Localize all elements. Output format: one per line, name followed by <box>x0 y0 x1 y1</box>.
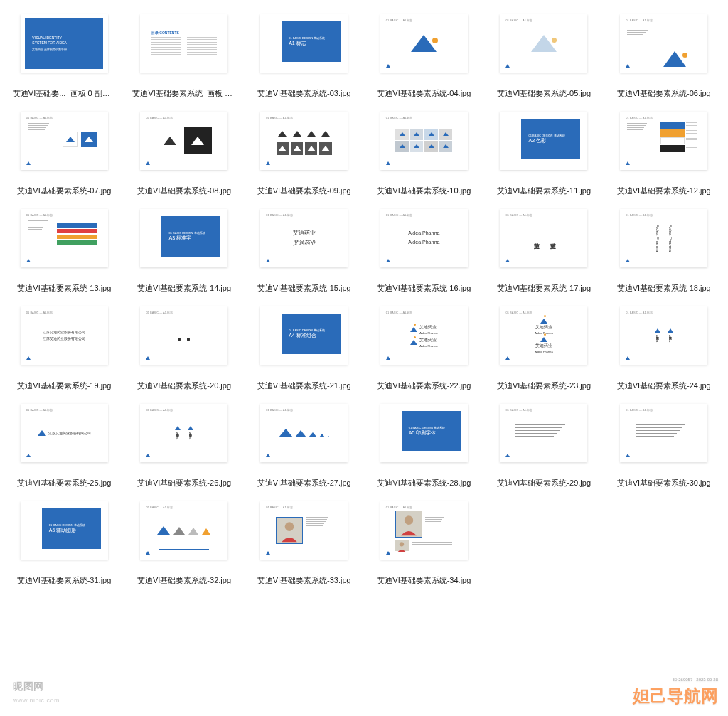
thumbnail-image[interactable]: 01 BASIC — A1.标志 <box>620 112 707 170</box>
file-cell[interactable]: 01 BASIC — A1.标志艾迪药业 Aidea艾迪药业 Aidea艾迪VI… <box>130 404 239 488</box>
thumbnail-image[interactable]: 01 BASIC — A1.标志艾迪药业Aidea Pharma艾迪药业Aide… <box>500 306 587 365</box>
filename-label: 艾迪VI基础要素系统-21.jpg <box>257 380 351 391</box>
file-cell[interactable]: 01 BASIC — A1.标志Aidea PharmaAidea Pharma… <box>609 209 718 294</box>
thumbnail-image[interactable]: 01 BASIC DESIGN 基础系统A3 标准字 <box>140 209 228 267</box>
thumbnail-image[interactable]: 01 BASIC — A1.标志 <box>21 209 108 267</box>
file-cell[interactable]: 01 BASIC — A1.标志艾迪药业艾迪药业艾迪VI基础要素系统-17.jp… <box>490 209 599 294</box>
watermark-right: ID:269057 · 2023-09-28 妲己导航网 <box>633 685 718 707</box>
filename-label: 艾迪VI基础要素系统-34.jpg <box>377 575 471 586</box>
file-cell[interactable]: 01 BASIC — A1.标志艾迪药业 Aidea艾迪药业 Aidea艾迪VI… <box>609 306 718 391</box>
filename-label: 艾迪VI基础要素系统-09.jpg <box>257 186 351 196</box>
svg-point-0 <box>284 522 294 531</box>
thumbnail-image[interactable]: 01 BASIC — A1.标志艾迪药业艾迪药业 <box>500 209 587 267</box>
file-cell[interactable]: 01 BASIC — A1.标志艾迪VI基础要素系统-04.jpg <box>370 14 478 99</box>
thumbnail-grid: VISUAL IDENTITYSYSTEM FOR AIDEA艾迪药业 品牌视觉… <box>0 0 728 600</box>
file-cell[interactable]: 01 BASIC — A1.标志艾迪VI基础要素系统-13.jpg <box>10 209 119 294</box>
filename-label: 艾迪VI基础要素系统-05.jpg <box>497 88 591 99</box>
filename-label: 艾迪VI基础要..._画板 0 副本.jpg <box>13 88 116 99</box>
filename-label: 艾迪VI基础要素系统-27.jpg <box>257 478 351 488</box>
filename-label: 艾迪VI基础要素系统-04.jpg <box>377 88 471 99</box>
filename-label: 艾迪VI基础要素系统-12.jpg <box>617 186 711 196</box>
filename-label: 艾迪VI基础要素系统-10.jpg <box>377 186 471 196</box>
thumbnail-image[interactable]: 01 BASIC — A1.标志 <box>260 501 348 560</box>
thumbnail-image[interactable]: 01 BASIC — A1.标志Aidea PharmaAidea Pharma <box>380 209 468 267</box>
thumbnail-image[interactable]: 01 BASIC DESIGN 基础系统A2 色彩 <box>500 112 587 170</box>
file-cell[interactable]: 01 BASIC DESIGN 基础系统A2 色彩艾迪VI基础要素系统-11.j… <box>490 112 599 196</box>
thumbnail-image[interactable]: 01 BASIC — A1.标志 <box>500 404 587 462</box>
file-cell[interactable]: 01 BASIC DESIGN 基础系统A1 标志艾迪VI基础要素系统-03.j… <box>250 14 358 99</box>
thumbnail-image[interactable]: VISUAL IDENTITYSYSTEM FOR AIDEA艾迪药业 品牌视觉… <box>21 14 108 73</box>
thumbnail-image[interactable]: 01 BASIC — A1.标志 <box>260 404 348 462</box>
file-cell[interactable]: 01 BASIC DESIGN 基础系统A6 辅助图形艾迪VI基础要素系统-31… <box>10 501 119 586</box>
svg-point-2 <box>400 542 404 546</box>
filename-label: 艾迪VI基础要素系统-32.jpg <box>137 575 231 586</box>
thumbnail-image[interactable]: 01 BASIC DESIGN 基础系统A1 标志 <box>260 14 348 73</box>
filename-label: 艾迪VI基础要素系统_画板 1.jpg <box>132 88 235 99</box>
filename-label: 艾迪VI基础要素系统-29.jpg <box>497 478 591 488</box>
file-cell[interactable]: 01 BASIC — A1.标志艾迪VI基础要素系统-08.jpg <box>130 112 239 196</box>
filename-label: 艾迪VI基础要素系统-16.jpg <box>377 283 471 294</box>
filename-label: 艾迪VI基础要素系统-06.jpg <box>617 88 711 99</box>
watermark-id: ID:269057 · 2023-09-28 <box>673 678 718 682</box>
filename-label: 艾迪VI基础要素系统-30.jpg <box>617 478 711 488</box>
thumbnail-image[interactable]: 01 BASIC DESIGN 基础系统A4 标准组合 <box>260 306 348 365</box>
filename-label: 艾迪VI基础要素系统-22.jpg <box>377 380 471 391</box>
thumbnail-image[interactable]: 01 BASIC — A1.标志 <box>140 112 228 170</box>
filename-label: 艾迪VI基础要素系统-17.jpg <box>497 283 591 294</box>
thumbnail-image[interactable]: 01 BASIC — A1.标志江苏艾迪药业股份有限公司 <box>21 404 108 462</box>
thumbnail-image[interactable]: 01 BASIC — A1.标志 <box>260 112 348 170</box>
file-cell[interactable]: 01 BASIC — A1.标志艾迪VI基础要素系统-32.jpg <box>130 501 239 586</box>
file-cell[interactable]: 01 BASIC — A1.标志艾迪药业Aidea Pharma艾迪药业Aide… <box>490 306 599 391</box>
thumbnail-image[interactable]: 01 BASIC — A1.标志江苏艾迪药业股份有限公司江苏艾迪药业股份有限公司 <box>140 306 228 365</box>
thumbnail-image[interactable]: 01 BASIC — A1.标志 <box>380 14 468 73</box>
filename-label: 艾迪VI基础要素系统-25.jpg <box>17 478 111 488</box>
file-cell[interactable]: 01 BASIC — A1.标志江苏艾迪药业股份有限公司江苏艾迪药业股份有限公司… <box>10 306 119 391</box>
file-cell[interactable]: 01 BASIC — A1.标志艾迪VI基础要素系统-05.jpg <box>490 14 599 99</box>
thumbnail-image[interactable]: 01 BASIC DESIGN 基础系统A5 印刷字体 <box>380 404 468 462</box>
file-cell[interactable]: 01 BASIC — A1.标志艾迪VI基础要素系统-10.jpg <box>370 112 478 196</box>
file-cell[interactable]: 01 BASIC DESIGN 基础系统A5 印刷字体艾迪VI基础要素系统-28… <box>370 404 478 488</box>
thumbnail-image[interactable]: 01 BASIC — A1.标志Aidea PharmaAidea Pharma <box>620 209 707 267</box>
filename-label: 艾迪VI基础要素系统-11.jpg <box>497 186 591 196</box>
thumbnail-image[interactable]: 01 BASIC — A1.标志 <box>21 112 108 170</box>
thumbnail-image[interactable]: 01 BASIC — A1.标志艾迪药业 Aidea艾迪药业 Aidea <box>140 404 228 462</box>
filename-label: 艾迪VI基础要素系统-23.jpg <box>497 380 591 391</box>
thumbnail-image[interactable]: 目录 CONTENTS <box>140 14 228 73</box>
thumbnail-image[interactable]: 01 BASIC — A1.标志艾迪药业 Aidea艾迪药业 Aidea <box>620 306 707 365</box>
file-cell[interactable]: 01 BASIC DESIGN 基础系统A4 标准组合艾迪VI基础要素系统-21… <box>250 306 358 391</box>
file-cell[interactable]: 01 BASIC — A1.标志江苏艾迪药业股份有限公司艾迪VI基础要素系统-2… <box>10 404 119 488</box>
thumbnail-image[interactable]: 01 BASIC — A1.标志 <box>380 112 468 170</box>
file-cell[interactable]: 01 BASIC — A1.标志艾迪药业艾迪药业艾迪VI基础要素系统-15.jp… <box>250 209 358 294</box>
file-cell[interactable]: 01 BASIC — A1.标志艾迪VI基础要素系统-33.jpg <box>250 501 358 586</box>
file-cell[interactable]: VISUAL IDENTITYSYSTEM FOR AIDEA艾迪药业 品牌视觉… <box>10 14 119 99</box>
thumbnail-image[interactable]: 01 BASIC — A1.标志 <box>140 501 228 560</box>
file-cell[interactable]: 01 BASIC DESIGN 基础系统A3 标准字艾迪VI基础要素系统-14.… <box>130 209 239 294</box>
filename-label: 艾迪VI基础要素系统-31.jpg <box>17 575 111 586</box>
file-cell[interactable]: 01 BASIC — A1.标志艾迪VI基础要素系统-30.jpg <box>609 404 718 488</box>
file-cell[interactable]: 01 BASIC — A1.标志Aidea PharmaAidea Pharma… <box>370 209 478 294</box>
filename-label: 艾迪VI基础要素系统-08.jpg <box>137 186 231 196</box>
file-cell[interactable]: 01 BASIC — A1.标志艾迪VI基础要素系统-09.jpg <box>250 112 358 196</box>
filename-label: 艾迪VI基础要素系统-33.jpg <box>257 575 351 586</box>
thumbnail-image[interactable]: 01 BASIC — A1.标志 <box>500 14 587 73</box>
thumbnail-image[interactable]: 01 BASIC — A1.标志艾迪药业艾迪药业 <box>260 209 348 267</box>
thumbnail-image[interactable]: 01 BASIC — A1.标志艾迪药业Aidea Pharma艾迪药业Aide… <box>380 306 468 365</box>
thumbnail-image[interactable]: 01 BASIC — A1.标志 <box>620 404 707 462</box>
thumbnail-image[interactable]: 01 BASIC DESIGN 基础系统A6 辅助图形 <box>21 501 108 560</box>
file-cell[interactable]: 01 BASIC — A1.标志艾迪VI基础要素系统-06.jpg <box>609 14 718 99</box>
thumbnail-image[interactable]: 01 BASIC — A1.标志 <box>620 14 707 73</box>
file-cell[interactable]: 01 BASIC — A1.标志艾迪VI基础要素系统-34.jpg <box>370 501 478 586</box>
filename-label: 艾迪VI基础要素系统-26.jpg <box>137 478 231 488</box>
file-cell[interactable]: 01 BASIC — A1.标志艾迪VI基础要素系统-29.jpg <box>490 404 599 488</box>
thumbnail-image[interactable]: 01 BASIC — A1.标志 <box>380 501 468 560</box>
file-cell[interactable]: 01 BASIC — A1.标志艾迪VI基础要素系统-27.jpg <box>250 404 358 488</box>
file-cell[interactable]: 01 BASIC — A1.标志艾迪药业Aidea Pharma艾迪药业Aide… <box>370 306 478 391</box>
filename-label: 艾迪VI基础要素系统-14.jpg <box>137 283 231 294</box>
file-cell[interactable]: 01 BASIC — A1.标志艾迪VI基础要素系统-07.jpg <box>10 112 119 196</box>
thumbnail-image[interactable]: 01 BASIC — A1.标志江苏艾迪药业股份有限公司江苏艾迪药业股份有限公司 <box>21 306 108 365</box>
file-cell[interactable]: 01 BASIC — A1.标志江苏艾迪药业股份有限公司江苏艾迪药业股份有限公司… <box>130 306 239 391</box>
file-cell[interactable]: 01 BASIC — A1.标志艾迪VI基础要素系统-12.jpg <box>609 112 718 196</box>
filename-label: 艾迪VI基础要素系统-13.jpg <box>17 283 111 294</box>
file-cell[interactable]: 目录 CONTENTS艾迪VI基础要素系统_画板 1.jpg <box>130 14 239 99</box>
watermark-right-text: 妲己导航网 <box>633 686 718 705</box>
